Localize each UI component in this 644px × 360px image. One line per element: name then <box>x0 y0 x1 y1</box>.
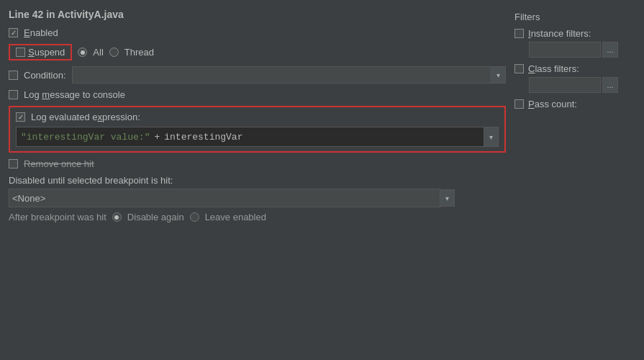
condition-label: Condition: <box>24 70 66 81</box>
instance-filter-ellipsis[interactable]: ... <box>602 42 618 58</box>
disabled-until-section: Disabled until selected breakpoint is hi… <box>9 175 506 207</box>
remove-once-checkbox[interactable] <box>9 159 18 168</box>
disable-again-label: Disable again <box>127 212 184 222</box>
log-message-checkbox[interactable] <box>9 90 18 99</box>
suspend-checkbox[interactable] <box>16 48 25 57</box>
thread-radio[interactable] <box>109 48 119 57</box>
all-radio[interactable] <box>78 48 87 57</box>
page-title: Line 42 in ActivityA.java <box>9 9 506 20</box>
instance-filter-row: Instance filters: <box>514 28 635 39</box>
disable-again-radio[interactable] <box>112 212 122 222</box>
class-filter-input[interactable] <box>529 77 601 93</box>
condition-select-wrapper: ▾ <box>72 66 506 84</box>
pass-count-row: Pass count: <box>514 99 635 109</box>
class-filter-ellipsis[interactable]: ... <box>602 77 618 93</box>
thread-label: Thread <box>124 47 154 58</box>
expression-op: + <box>154 132 160 143</box>
pass-count-checkbox[interactable] <box>514 99 524 109</box>
disabled-until-label: Disabled until selected breakpoint is hi… <box>9 175 506 186</box>
class-filter-row: Class filters: <box>514 63 635 74</box>
expression-dropdown-arrow[interactable]: ▾ <box>484 127 499 147</box>
after-breakpoint-label: After breakpoint was hit <box>9 212 106 222</box>
right-panel: Filters Instance filters: ... Class filt… <box>514 9 644 351</box>
log-expression-label: Log evaluated expression: <box>31 112 140 122</box>
leave-enabled-label: Leave enabled <box>205 212 266 222</box>
expression-editor[interactable]: "interestingVar value:" + interestingVar <box>16 127 484 147</box>
log-expression-section: Log evaluated expression: "interestingVa… <box>9 106 506 153</box>
all-label: All <box>93 47 103 58</box>
none-dropdown-arrow[interactable]: ▾ <box>440 189 455 207</box>
instance-filter-label: Instance filters: <box>528 28 591 39</box>
expression-string: "interestingVar value:" <box>21 132 150 143</box>
log-message-row: Log message to console <box>9 89 506 100</box>
after-breakpoint-row: After breakpoint was hit Disable again L… <box>9 212 506 222</box>
pass-count-label: Pass count: <box>528 99 577 109</box>
expression-var: interestingVar <box>164 132 242 143</box>
log-message-label: Log message to console <box>24 89 125 100</box>
condition-checkbox[interactable] <box>9 71 18 80</box>
class-filter-input-row: ... <box>529 77 635 93</box>
instance-filter-input[interactable] <box>529 42 601 58</box>
log-expression-checkbox[interactable] <box>16 112 25 122</box>
condition-input[interactable] <box>72 66 491 84</box>
none-select-wrapper: ▾ <box>9 189 455 207</box>
condition-dropdown-arrow[interactable]: ▾ <box>491 66 506 84</box>
class-filter-label: Class filters: <box>528 63 579 74</box>
class-filter-checkbox[interactable] <box>514 64 524 73</box>
enabled-row: Enabled <box>9 27 506 38</box>
leave-enabled-radio[interactable] <box>190 212 199 222</box>
instance-filter-input-row: ... <box>529 42 635 58</box>
suspend-row: Suspend All Thread <box>9 44 506 60</box>
none-select-input[interactable] <box>9 189 440 207</box>
remove-once-row: Remove once hit <box>9 158 506 169</box>
log-expression-header: Log evaluated expression: <box>16 112 499 122</box>
suspend-label: Suspend <box>28 47 65 58</box>
condition-row: Condition: ▾ <box>9 66 506 84</box>
remove-once-label: Remove once hit <box>24 158 94 169</box>
enabled-checkbox[interactable] <box>9 28 18 37</box>
instance-filter-checkbox[interactable] <box>514 29 524 38</box>
suspend-button[interactable]: Suspend <box>9 44 72 60</box>
filters-title: Filters <box>514 12 635 22</box>
enabled-label: Enabled <box>24 27 58 38</box>
